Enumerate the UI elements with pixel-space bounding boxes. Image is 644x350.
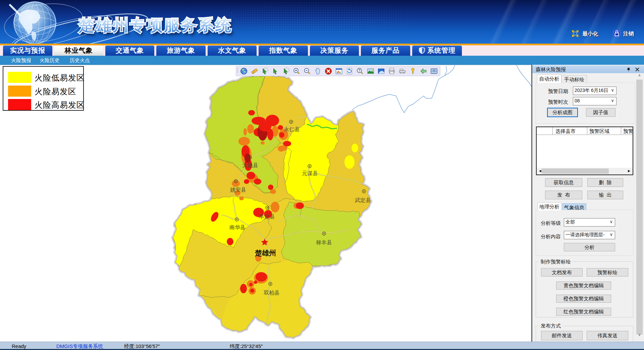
svg-text:禄丰县: 禄丰县 (316, 240, 332, 245)
svg-text:牟定县: 牟定县 (259, 214, 275, 219)
svg-text:?: ? (359, 69, 361, 72)
svg-text:元谋县: 元谋县 (302, 170, 318, 176)
svg-text:武定县: 武定县 (355, 197, 371, 203)
svg-text:南华县: 南华县 (229, 224, 246, 230)
svg-text:双柏县: 双柏县 (264, 290, 280, 296)
svg-text:姚安县: 姚安县 (230, 187, 246, 193)
svg-text:大姚县: 大姚县 (242, 162, 258, 168)
svg-text:楚雄州: 楚雄州 (255, 249, 276, 257)
svg-text:永仁县: 永仁县 (284, 127, 300, 132)
